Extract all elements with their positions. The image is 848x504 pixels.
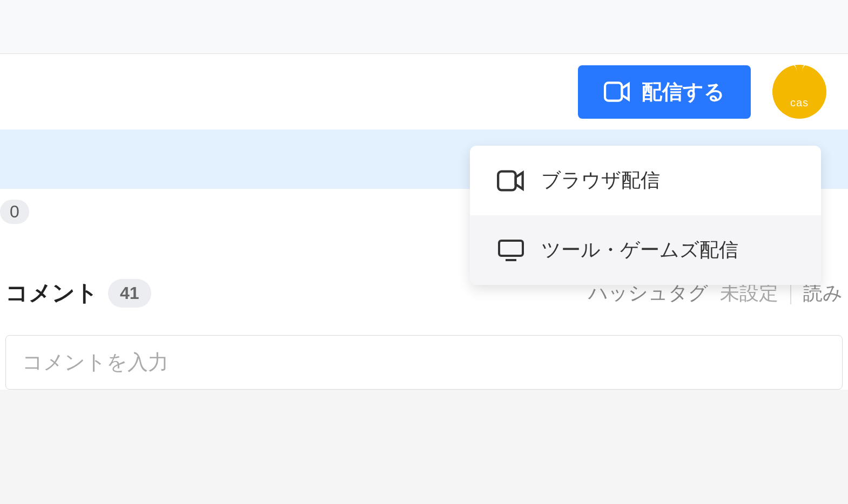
svg-rect-1: [498, 171, 516, 190]
divider: [790, 282, 791, 304]
comment-title: コメント: [5, 278, 98, 308]
broadcast-button[interactable]: 配信する: [578, 65, 751, 119]
monitor-icon: [497, 240, 525, 261]
header-bar: 配信する cas: [0, 54, 848, 130]
camera-icon: [497, 170, 525, 192]
comment-input-wrap: [5, 324, 843, 390]
avatar-text: cas: [790, 97, 809, 109]
dropdown-label: ブラウザ配信: [541, 167, 660, 194]
camera-icon: [604, 81, 631, 102]
comment-count-badge: 41: [108, 279, 151, 308]
broadcast-dropdown: ブラウザ配信 ツール・ゲームズ配信: [470, 146, 821, 285]
count-badge: 0: [0, 200, 29, 224]
dropdown-label: ツール・ゲームズ配信: [541, 237, 738, 263]
svg-rect-2: [499, 241, 523, 256]
comment-input[interactable]: [5, 335, 843, 390]
top-spacer: [0, 0, 848, 54]
comment-title-group: コメント 41: [5, 278, 151, 308]
broadcast-label: 配信する: [642, 78, 725, 106]
avatar[interactable]: cas: [772, 65, 826, 119]
dropdown-item-browser-broadcast[interactable]: ブラウザ配信: [470, 146, 821, 215]
svg-rect-0: [605, 83, 622, 100]
dropdown-item-tool-games-broadcast[interactable]: ツール・ゲームズ配信: [470, 215, 821, 285]
